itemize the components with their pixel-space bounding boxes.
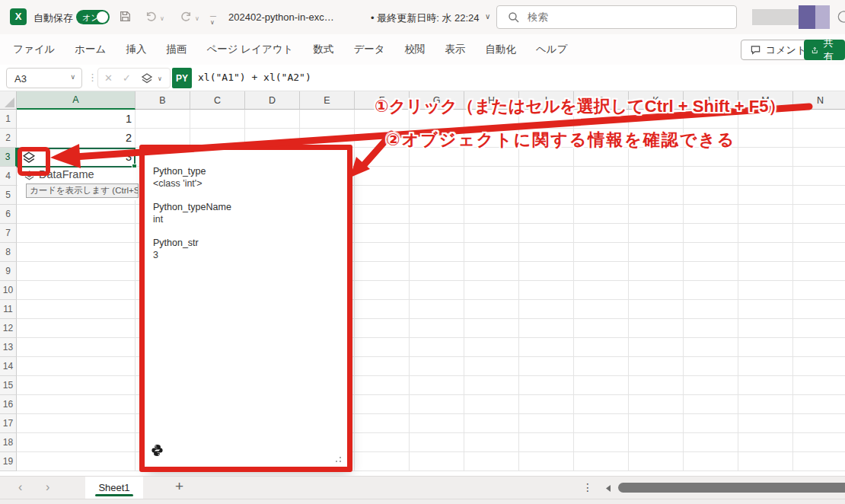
redo-dropdown-icon[interactable]: ∨ — [195, 15, 199, 22]
row-header-2[interactable]: 2 — [0, 129, 17, 148]
cell-L19[interactable] — [684, 452, 738, 471]
cell-I4[interactable] — [519, 167, 574, 186]
cell-M15[interactable] — [738, 376, 793, 395]
cell-I8[interactable] — [519, 243, 574, 262]
cell-I16[interactable] — [519, 395, 574, 414]
cell-K5[interactable] — [629, 186, 684, 205]
cell-M12[interactable] — [738, 319, 793, 338]
cell-H18[interactable] — [464, 433, 519, 452]
cell-G4[interactable] — [410, 167, 464, 186]
row-header-1[interactable]: 1 — [0, 110, 17, 129]
cell-H7[interactable] — [464, 224, 519, 243]
cancel-icon[interactable]: ✕ — [104, 72, 113, 84]
sheet-nav-next-icon[interactable]: › — [46, 480, 49, 494]
cell-L8[interactable] — [684, 243, 738, 262]
cell-I18[interactable] — [519, 433, 574, 452]
row-header-5[interactable]: 5 — [0, 186, 17, 205]
cell-I13[interactable] — [519, 338, 574, 357]
document-title[interactable]: 202402-python-in-exc… — [228, 11, 334, 23]
cell-N10[interactable] — [793, 281, 845, 300]
cell-A15[interactable] — [17, 376, 136, 395]
cell-A13[interactable] — [17, 338, 136, 357]
cell-A18[interactable] — [17, 433, 136, 452]
cell-K13[interactable] — [629, 338, 684, 357]
cell-A14[interactable] — [17, 357, 136, 376]
cell-M19[interactable] — [738, 452, 793, 471]
cell-H15[interactable] — [464, 376, 519, 395]
row-header-7[interactable]: 7 — [0, 224, 17, 243]
cell-N16[interactable] — [793, 395, 845, 414]
cell-L4[interactable] — [684, 167, 738, 186]
row-header-6[interactable]: 6 — [0, 205, 17, 224]
cell-A7[interactable] — [17, 224, 136, 243]
cell-N17[interactable] — [793, 414, 845, 433]
cell-M11[interactable] — [738, 300, 793, 319]
cell-K7[interactable] — [629, 224, 684, 243]
cell-A6[interactable] — [17, 205, 136, 224]
cell-L7[interactable] — [684, 224, 738, 243]
cell-G15[interactable] — [410, 376, 464, 395]
cell-L13[interactable] — [684, 338, 738, 357]
undo-icon[interactable] — [145, 10, 158, 23]
cell-K10[interactable] — [629, 281, 684, 300]
cell-H12[interactable] — [464, 319, 519, 338]
cell-H6[interactable] — [464, 205, 519, 224]
cell-M10[interactable] — [738, 281, 793, 300]
last-updated-label[interactable]: • 最終更新日時: 水 22:24 — [371, 11, 480, 25]
cell-F19[interactable] — [355, 452, 410, 471]
cell-J10[interactable] — [574, 281, 629, 300]
cell-G17[interactable] — [410, 414, 464, 433]
cell-A8[interactable] — [17, 243, 136, 262]
cell-I5[interactable] — [519, 186, 574, 205]
formula-input[interactable]: xl("A1") + xl("A2") — [198, 72, 311, 83]
cell-J4[interactable] — [574, 167, 629, 186]
cell-N5[interactable] — [793, 186, 845, 205]
select-all-corner[interactable] — [0, 91, 17, 110]
cell-I12[interactable] — [519, 319, 574, 338]
row-header-3[interactable]: 3 — [0, 148, 17, 167]
ribbon-tab-ヘルプ[interactable]: ヘルプ — [526, 34, 577, 65]
cell-I14[interactable] — [519, 357, 574, 376]
cell-M9[interactable] — [738, 262, 793, 281]
cell-I9[interactable] — [519, 262, 574, 281]
cell-L15[interactable] — [684, 376, 738, 395]
cell-J12[interactable] — [574, 319, 629, 338]
cell-L11[interactable] — [684, 300, 738, 319]
cell-F12[interactable] — [355, 319, 410, 338]
cell-N7[interactable] — [793, 224, 845, 243]
cell-B1[interactable] — [136, 110, 190, 129]
cell-H14[interactable] — [464, 357, 519, 376]
cell-F13[interactable] — [355, 338, 410, 357]
ribbon-tab-ホーム[interactable]: ホーム — [65, 34, 116, 65]
cell-J6[interactable] — [574, 205, 629, 224]
hscroll-left-arrow[interactable] — [604, 483, 612, 493]
cell-N15[interactable] — [793, 376, 845, 395]
cell-F5[interactable] — [355, 186, 410, 205]
title-dropdown-icon[interactable]: ∨ — [485, 12, 490, 21]
ribbon-tab-ページ レイアウト[interactable]: ページ レイアウト — [196, 34, 303, 65]
cell-L16[interactable] — [684, 395, 738, 414]
cell-M4[interactable] — [738, 167, 793, 186]
autosave-toggle[interactable]: オン — [76, 10, 110, 24]
sheet-bar-menu-icon[interactable]: ⋮ — [582, 481, 593, 493]
name-box[interactable]: A3 ∨ — [6, 68, 82, 88]
cell-N14[interactable] — [793, 357, 845, 376]
ribbon-tab-表示[interactable]: 表示 — [435, 34, 476, 65]
cell-C1[interactable] — [190, 110, 245, 129]
cell-M2[interactable] — [738, 129, 793, 148]
cell-K12[interactable] — [629, 319, 684, 338]
cell-G10[interactable] — [410, 281, 464, 300]
cell-G16[interactable] — [410, 395, 464, 414]
cell-G18[interactable] — [410, 433, 464, 452]
redo-icon[interactable] — [180, 10, 193, 23]
cell-F15[interactable] — [355, 376, 410, 395]
column-header-E[interactable]: E — [300, 91, 355, 110]
cell-H11[interactable] — [464, 300, 519, 319]
row-header-16[interactable]: 16 — [0, 395, 17, 414]
ribbon-tab-描画[interactable]: 描画 — [156, 34, 196, 65]
cell-G5[interactable] — [410, 186, 464, 205]
cell-K8[interactable] — [629, 243, 684, 262]
cell-M3[interactable] — [738, 148, 793, 167]
ribbon-tab-校閲[interactable]: 校閲 — [395, 34, 435, 65]
cell-H8[interactable] — [464, 243, 519, 262]
